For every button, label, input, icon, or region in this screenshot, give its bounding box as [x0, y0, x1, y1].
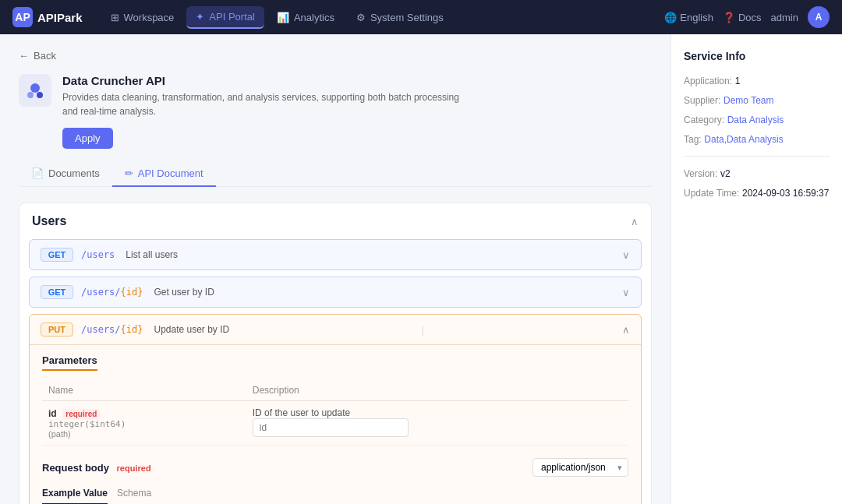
docs-link[interactable]: ❓ Docs: [723, 12, 762, 23]
schema-tab[interactable]: Schema: [117, 488, 151, 504]
svg-point-2: [37, 92, 43, 98]
param-description-cell: ID of the user to update: [246, 401, 628, 446]
example-value-tab[interactable]: Example Value: [42, 488, 108, 504]
param-type: integer($int64): [48, 419, 240, 429]
info-tag: Tag: Data,Data Analysis: [684, 133, 830, 145]
info-version: Version: v2: [684, 167, 830, 179]
topnav: AP APIPark ⊞ Workspace ✦ API Portal 📊 An…: [0, 0, 842, 34]
col-description: Description: [246, 380, 628, 401]
endpoint-path-put-user: /users/{id}: [81, 324, 143, 335]
col-name: Name: [42, 380, 246, 401]
chevron-down-icon: ∨: [622, 249, 630, 261]
tag-value[interactable]: Data,Data Analysis: [704, 134, 783, 145]
content-type-select[interactable]: application/json: [532, 458, 628, 477]
nav-items: ⊞ Workspace ✦ API Portal 📊 Analytics ⚙ S…: [101, 6, 659, 29]
tab-bar: 📄 Documents ✏ API Document: [19, 161, 652, 187]
nav-system-settings[interactable]: ⚙ System Settings: [347, 7, 453, 28]
documents-icon: 📄: [31, 167, 44, 179]
params-tab[interactable]: Parameters: [42, 354, 97, 371]
api-doc-icon: ✏: [125, 167, 133, 179]
request-body-label: Request body: [42, 462, 109, 474]
endpoint-desc-update-user: Update user by ID: [154, 324, 229, 335]
help-icon: ❓: [723, 12, 735, 23]
nav-analytics[interactable]: 📊 Analytics: [267, 7, 344, 28]
admin-label: admin: [771, 12, 798, 23]
main-content: ← Back Data Cruncher API Provides data c…: [0, 34, 670, 504]
workspace-icon: ⊞: [111, 12, 119, 23]
nav-workspace[interactable]: ⊞ Workspace: [101, 7, 184, 28]
endpoint-get-users: GET /users List all users ∨: [29, 239, 642, 270]
chevron-up-icon: ∧: [622, 324, 630, 336]
endpoint-path-users: /users: [81, 249, 115, 260]
admin-avatar[interactable]: A: [808, 6, 830, 28]
back-button[interactable]: ← Back: [19, 50, 652, 62]
analytics-icon: 📊: [277, 12, 289, 23]
globe-icon: 🌐: [664, 12, 677, 23]
service-info: Data Cruncher API Provides data cleaning…: [62, 74, 468, 149]
endpoint-desc-list-users: List all users: [126, 249, 178, 260]
endpoint-put-header[interactable]: PUT /users/{id} Update user by ID | ∧: [30, 315, 641, 344]
sidebar-title: Service Info: [684, 50, 830, 62]
service-description: Provides data cleaning, transformation, …: [62, 90, 468, 118]
endpoint-get-users-header[interactable]: GET /users List all users ∨: [30, 240, 641, 270]
endpoint-path-user-id: /users/{id}: [81, 287, 143, 298]
nav-api-portal[interactable]: ✦ API Portal: [186, 6, 264, 29]
params-table: Name Description id required: [42, 380, 628, 446]
section-collapse-icon[interactable]: ∧: [631, 216, 639, 227]
endpoint-get-user-id-header[interactable]: GET /users/{id} Get user by ID ∨: [30, 277, 641, 307]
svg-point-0: [30, 83, 40, 93]
version-value: v2: [720, 168, 731, 179]
tab-documents[interactable]: 📄 Documents: [19, 161, 112, 187]
app-name: APIPark: [37, 11, 83, 24]
request-body-row: Request body required application/json: [42, 458, 628, 477]
apply-button[interactable]: Apply: [62, 128, 113, 149]
nav-right: 🌐 English ❓ Docs admin A: [664, 6, 830, 28]
param-name-cell: id required integer($int64) (path): [42, 401, 246, 446]
app-logo[interactable]: AP APIPark: [12, 7, 83, 27]
example-tabs: Example Value Schema: [42, 488, 628, 504]
sidebar-fields-group1: Application: 1 Supplier: Demo Team Categ…: [684, 75, 830, 145]
tab-api-document[interactable]: ✏ API Document: [112, 161, 216, 187]
language-selector[interactable]: 🌐 English: [664, 12, 713, 23]
param-id-name: id: [48, 408, 57, 419]
app-value: 1: [735, 76, 741, 86]
endpoint-put-body: Parameters Name Description: [30, 344, 641, 504]
users-section: Users ∧ GET /users List all users ∨ G: [19, 203, 652, 504]
settings-icon: ⚙: [356, 12, 366, 23]
endpoint-list: GET /users List all users ∨ GET /users/{…: [19, 239, 651, 504]
update-time-value: 2024-09-03 16:59:37: [742, 188, 829, 199]
param-required-badge: required: [62, 409, 100, 419]
divider-line: |: [421, 324, 423, 336]
endpoint-desc-get-user: Get user by ID: [154, 287, 214, 298]
supplier-value[interactable]: Demo Team: [723, 95, 773, 106]
param-location: (path): [48, 429, 240, 439]
supplier-label: Supplier:: [684, 95, 720, 106]
request-body-required: required: [117, 463, 151, 473]
chevron-down-icon-2: ∨: [622, 287, 630, 298]
param-id-input[interactable]: [253, 418, 409, 437]
logo-icon: AP: [12, 7, 33, 27]
section-header: Users ∧: [19, 203, 651, 239]
arrow-left-icon: ←: [19, 50, 29, 62]
method-put-badge: PUT: [41, 322, 73, 337]
main-layout: ← Back Data Cruncher API Provides data c…: [0, 34, 842, 504]
param-desc: ID of the user to update: [253, 407, 622, 418]
service-header: Data Cruncher API Provides data cleaning…: [19, 74, 652, 149]
section-title: Users: [32, 214, 66, 228]
method-get-badge-2: GET: [41, 285, 73, 299]
version-label: Version:: [684, 168, 717, 179]
category-label: Category:: [684, 115, 724, 125]
sidebar-fields-group2: Version: v2 Update Time: 2024-09-03 16:5…: [684, 167, 830, 199]
method-get-badge: GET: [41, 248, 73, 262]
service-info-sidebar: Service Info Application: 1 Supplier: De…: [670, 34, 842, 504]
category-value[interactable]: Data Analysis: [727, 115, 784, 125]
service-logo-icon: [19, 74, 51, 107]
info-application: Application: 1: [684, 75, 830, 86]
tag-label: Tag:: [684, 134, 702, 145]
request-body-label-group: Request body required: [42, 462, 151, 474]
content-type-wrapper: application/json: [532, 458, 628, 477]
app-label: Application:: [684, 76, 732, 86]
info-supplier: Supplier: Demo Team: [684, 94, 830, 106]
endpoint-get-user-by-id: GET /users/{id} Get user by ID ∨: [29, 277, 642, 308]
api-portal-icon: ✦: [196, 11, 204, 23]
